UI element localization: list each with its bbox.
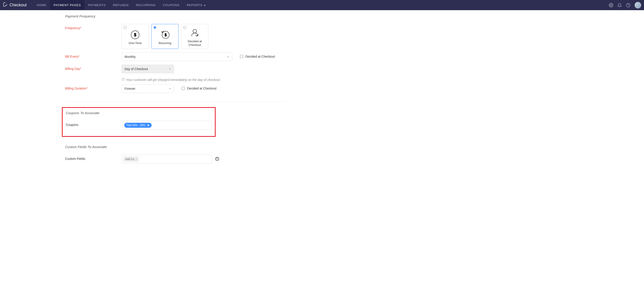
nav-coupons[interactable]: COUPONS [159,0,183,10]
coupons-input[interactable]: Flat-20% - 20% [122,121,212,130]
frequency-one-time-radio[interactable] [124,26,126,29]
bill-every-decided-checkbox[interactable] [240,55,243,58]
svg-text:$: $ [165,33,167,37]
svg-text:$: $ [134,33,136,37]
bell-icon[interactable] [617,3,622,8]
billing-duration-row: Billing Duration* Forever ▼ Decided at C… [65,83,644,95]
top-nav: Checkout HOME PAYMENT PAGES PAYMENTS REF… [0,0,644,10]
coupon-tag-text: Flat-20% - 20% [126,124,145,127]
nav-reports[interactable]: REPORTS [183,0,209,10]
billing-day-value: Day of Checkout [124,67,148,71]
coupons-label: Coupons [66,121,122,127]
nav-payments[interactable]: PAYMENTS [84,0,109,10]
bill-every-row: Bill Every* Monthly ▼ Decided at Checkou… [65,51,644,63]
nav-payment-pages[interactable]: PAYMENT PAGES [50,0,84,10]
nav-recurring[interactable]: RECURRING [132,0,160,10]
billing-day-hint-text: Your customer will get charged immediate… [126,78,221,82]
remove-coupon-icon[interactable] [147,124,149,126]
frequency-one-time[interactable]: $ One-Time [122,24,149,49]
billing-duration-label: Billing Duration* [65,84,122,90]
frequency-row: Frequency* $ One-Time [65,22,644,51]
billing-day-select[interactable]: Day of Checkout ▼ [122,65,174,73]
app-logo[interactable]: Checkout [3,2,27,8]
custom-field-tag-text: Add Co [125,158,134,161]
coupons-heading: Coupons To Associate [66,111,212,119]
bill-every-decided-checkout[interactable]: Decided at Checkout [240,53,275,58]
frequency-label: Frequency* [65,24,122,30]
billing-day-row: Billing Day* Day of Checkout ▼ [65,63,644,75]
recurring-dollar-icon: $ [160,30,170,40]
settings-icon[interactable] [609,3,613,8]
bill-every-label: Bill Every* [65,53,122,58]
info-icon[interactable] [215,155,219,161]
one-time-label: One-Time [127,40,143,45]
dollar-circle-icon: $ [130,30,140,40]
svg-point-0 [610,5,612,6]
frequency-recurring[interactable]: $ Recurring [152,24,178,49]
nav-right [609,2,641,9]
coupon-tag: Flat-20% - 20% [124,123,152,128]
section-divider [65,102,286,102]
billing-duration-decided-checkout[interactable]: Decided at Checkout [182,84,216,90]
nav-home[interactable]: HOME [33,0,50,10]
coupons-row: Coupons Flat-20% - 20% [66,119,212,132]
custom-fields-heading: Custom Fields To Associate [65,143,644,153]
caret-down-icon: ▼ [169,68,171,70]
avatar[interactable] [634,2,641,9]
caret-down-icon: ▼ [169,88,171,90]
bill-every-value: Monthly [124,55,136,59]
nav-refunds[interactable]: REFUNDS [109,0,132,10]
billing-day-label: Billing Day* [65,65,122,71]
custom-field-tag: Add Co × [124,157,138,162]
payment-frequency-heading: Payment Frequency [65,13,644,22]
frequency-decided-checkout-radio[interactable] [183,26,186,29]
custom-fields-input[interactable]: Add Co × [122,155,212,164]
frequency-recurring-radio[interactable] [154,26,156,29]
decided-checkout-text: Decided at Checkout [187,87,216,90]
question-icon [122,78,125,82]
remove-custom-field-icon[interactable]: × [136,158,137,161]
svg-point-7 [193,29,196,33]
nav-items: HOME PAYMENT PAGES PAYMENTS REFUNDS RECU… [33,0,209,10]
billing-duration-decided-checkbox[interactable] [182,87,185,90]
caret-down-icon [204,4,206,7]
app-name: Checkout [10,3,27,8]
billing-day-hint: Your customer will get charged immediate… [122,78,644,82]
help-icon[interactable] [626,3,630,8]
checkout-logo-icon [3,2,8,8]
svg-point-1 [626,3,630,7]
custom-fields-row: Custom Fields Add Co × [65,153,644,165]
decided-checkout-label: Decided at Checkout [182,38,208,47]
decided-checkout-text: Decided at Checkout [246,55,275,58]
frequency-options: $ One-Time $ Recurri [122,24,644,49]
recurring-label: Recurring [157,40,173,45]
billing-duration-value: Forever [124,87,135,90]
user-check-icon [190,28,200,38]
page-body: Payment Frequency Frequency* $ One-Time [0,10,644,175]
caret-down-icon: ▼ [227,56,229,58]
coupons-section-highlight: Coupons To Associate Coupons Flat-20% - … [62,107,216,137]
billing-duration-select[interactable]: Forever ▼ [122,84,174,93]
bill-every-select[interactable]: Monthly ▼ [122,53,232,61]
custom-fields-label: Custom Fields [65,155,122,161]
frequency-decided-checkout[interactable]: Decided at Checkout [181,24,208,49]
